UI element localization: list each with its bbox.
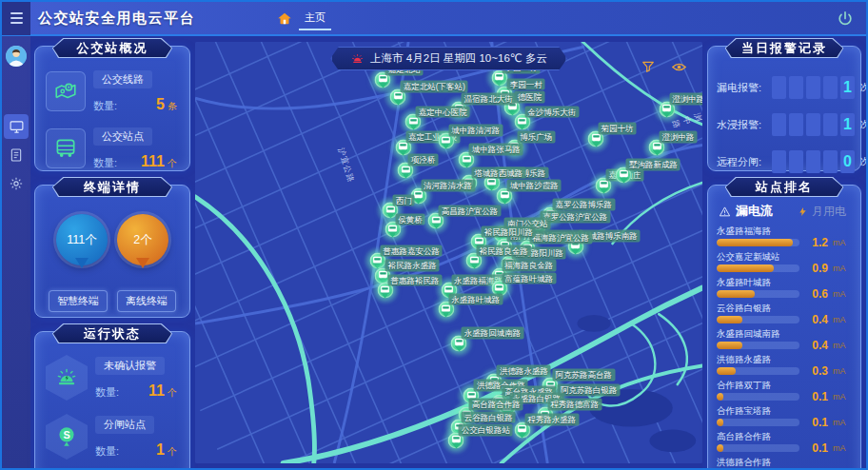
marker-label: 程秀路德富路 <box>547 399 602 411</box>
map-marker[interactable]: 澄浏中路站 <box>659 101 675 117</box>
content: 公交站概况 公交线路 数量: 5 条 <box>30 36 866 468</box>
stat-label: 未确认报警 <box>95 357 165 375</box>
bar-track <box>717 444 799 452</box>
count-unit: 个 <box>168 157 177 170</box>
map-marker[interactable]: 项泾桥 <box>398 163 414 179</box>
bar-fill <box>717 419 723 426</box>
map-marker[interactable]: 侯黄桥 <box>385 222 401 238</box>
leakage-unit: mA <box>833 443 852 453</box>
ranking-row: 合作路宝塔路0.1mA <box>717 405 852 428</box>
smart-terminal-label[interactable]: 智慧终端 <box>49 290 108 312</box>
map-marker[interactable]: 嘉定工业学校 <box>395 139 411 155</box>
power-icon[interactable] <box>836 10 855 29</box>
map-marker[interactable]: 普惠路裕民路 <box>377 283 393 299</box>
panel-header: 公交站概况 <box>52 38 172 58</box>
map-marker[interactable]: 程秀路永盛路 <box>514 421 530 438</box>
eye-icon[interactable] <box>671 59 687 79</box>
marker-label: 金沙博乐大街 <box>524 106 579 118</box>
avatar[interactable] <box>6 46 27 67</box>
map-marker[interactable]: 高昌路沪宜公路 <box>428 213 444 229</box>
panel-daily-alarms: 当日报警记录 漏电报警:1次水浸报警:1次远程分闸:0次 <box>707 46 861 171</box>
sidebar-item-monitor[interactable] <box>4 114 29 139</box>
map-marker[interactable]: 菊园十坊 <box>588 130 604 147</box>
ranking-tabs: 漏电流 月用电 <box>717 201 852 225</box>
bar-fill <box>717 316 742 323</box>
marker-label: 西门 <box>393 194 415 206</box>
bar-track <box>717 290 799 298</box>
map-marker[interactable]: 城中路沙霞路 <box>497 187 513 204</box>
map-marker[interactable]: 墅沟路新成路 <box>616 166 632 183</box>
alarm-count: 1 <box>840 76 855 99</box>
map-marker[interactable]: 公交白银路站 <box>448 432 464 448</box>
right-column: 当日报警记录 漏电报警:1次水浸报警:1次远程分闸:0次 站点排名 漏电流 月用… <box>707 40 861 463</box>
alarm-label: 远程分闸: <box>717 155 772 169</box>
monitor-icon <box>9 119 25 135</box>
weather-text: 上海市 4月2日 星期四 10~16℃ 多云 <box>370 51 547 66</box>
marker-label: 塔城路西城路 <box>471 166 525 179</box>
alarm-unit: 次 <box>860 81 868 94</box>
segment-box <box>806 113 820 136</box>
smart-terminal-balloon[interactable]: 111个 <box>56 214 108 265</box>
marker-label: 普惠路裕民路 <box>387 274 442 286</box>
bar-fill <box>717 342 742 349</box>
stat-bus-stops: 公交站点 数量: 111 个 <box>46 127 179 170</box>
segment-box <box>789 113 803 136</box>
stat-label: 公交线路 <box>93 70 152 88</box>
leakage-value: 0.3 <box>804 364 828 378</box>
left-column: 公交站概况 公交线路 数量: 5 条 <box>34 40 190 463</box>
marker-label: 城中路清河路 <box>448 125 503 137</box>
count-unit: 条 <box>168 100 177 113</box>
segment-box <box>823 113 838 136</box>
marker-label: 富蕴路叶城路 <box>502 272 556 284</box>
marker-label: 阿克苏路高台路 <box>553 369 616 382</box>
switch-station-icon: S <box>46 414 88 460</box>
map-marker[interactable]: 城中路张马路 <box>459 152 475 168</box>
marker-label: 阿克苏路白银路 <box>558 383 621 396</box>
sidebar-item-report[interactable] <box>4 143 29 167</box>
marker-label: 菊园十坊 <box>599 123 637 135</box>
map-marker[interactable]: 嘉定中心医院 <box>405 114 422 130</box>
alarm-label: 水浸报警: <box>717 118 772 132</box>
map-marker[interactable]: 金沙博乐大街 <box>514 114 530 130</box>
marker-label: 裕民路良金路 <box>477 245 531 257</box>
segment-box <box>823 76 838 99</box>
map-marker[interactable]: 嘉定北站(下客站) <box>390 88 406 105</box>
bar-fill <box>717 444 723 452</box>
map-marker[interactable]: 永盛路回城南路 <box>451 335 467 351</box>
marker-label: 城中路沙霞路 <box>507 180 562 192</box>
main-area: 公交站概况 公交线路 数量: 5 条 <box>2 36 866 468</box>
nav-home[interactable]: 主页 <box>276 2 331 36</box>
leakage-value: 0.1 <box>804 390 828 403</box>
tab-leakage-current[interactable]: 漏电流 <box>719 203 773 220</box>
leakage-value: 0.4 <box>804 313 828 326</box>
leakage-unit: mA <box>833 341 852 350</box>
ranking-row: 高台路合作路0.1mA <box>717 431 852 454</box>
offline-terminal-label[interactable]: 离线终端 <box>117 290 176 312</box>
bar-track <box>717 264 799 272</box>
map-marker[interactable]: 永盛路叶城路 <box>438 302 454 318</box>
leakage-value: 0.1 <box>804 416 828 429</box>
titlebar: 公交站安全用电云平台 主页 <box>2 2 866 36</box>
leakage-value: 1.2 <box>804 236 828 249</box>
tab-monthly-power[interactable]: 月用电 <box>798 204 846 220</box>
map-marker[interactable]: 澄浏中路 <box>649 139 665 155</box>
station-name: 洪德路永盛路 <box>717 354 852 365</box>
bar-fill <box>717 290 755 298</box>
bar-track <box>717 419 799 426</box>
alarm-label: 漏电报警: <box>717 81 772 95</box>
alarm-row: 水浸报警:1次 <box>717 113 852 136</box>
count-unit: 个 <box>168 386 177 400</box>
map-marker[interactable]: 城中路清河路 <box>438 133 454 149</box>
map[interactable]: 上海市 4月2日 星期四 10~16℃ 多云 嘉定北站嘉定北站(下客站)李园二村… <box>195 42 702 463</box>
nav-home-label: 主页 <box>299 9 331 30</box>
menu-toggle-icon[interactable] <box>2 1 30 35</box>
filter-icon[interactable] <box>641 59 656 79</box>
offline-terminal-balloon[interactable]: 2个 <box>117 214 168 265</box>
panel-header: 当日报警记录 <box>725 38 844 58</box>
panel-bus-overview: 公交站概况 公交线路 数量: 5 条 <box>34 46 190 171</box>
marker-label: 清河路清水路 <box>421 180 475 192</box>
map-marker[interactable]: 裕民路良金路 <box>466 253 483 269</box>
marker-label: 公交白银路站 <box>459 424 513 437</box>
sidebar-item-settings[interactable] <box>4 171 29 196</box>
leakage-value: 0.4 <box>804 339 828 352</box>
